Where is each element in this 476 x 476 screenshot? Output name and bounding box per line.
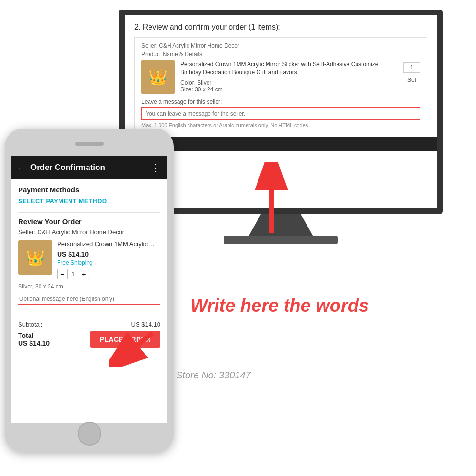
total-label: Total: [18, 332, 50, 339]
phone-product-name: Personalized Crown 1MM Acrylic ...: [57, 240, 160, 248]
phone-qty-row: − 1 +: [57, 269, 160, 279]
phone-speaker: [75, 142, 104, 146]
phone-qty-value: 1: [71, 270, 75, 278]
color-label: Color:: [180, 79, 196, 86]
phone-content: Payment Methods SELECT PAYMENT METHOD Re…: [11, 179, 167, 423]
phone-product-price: US $14.10: [57, 250, 160, 258]
monitor-message-hint: Max. 1,000 English characters or Arabic …: [141, 122, 420, 128]
phone-menu-icon[interactable]: ⋮: [151, 162, 161, 173]
payment-section-title: Payment Methods: [18, 186, 160, 194]
phone-header: ← Order Confirmation ⋮: [11, 156, 167, 179]
monitor-product-section-label: Product Name & Details: [141, 51, 420, 58]
svg-line-3: [119, 333, 152, 359]
divider-1: [18, 212, 160, 213]
phone-arrow: [109, 328, 157, 368]
monitor-product-image: 👑: [141, 60, 175, 94]
total-price: US $14.10: [18, 339, 50, 347]
monitor-product-details: Personalized Crown 1MM Acrylic Mirror St…: [180, 60, 397, 93]
crown-icon: 👑: [149, 68, 168, 86]
qty-plus-button[interactable]: +: [79, 269, 89, 279]
monitor-title: 2. Review and confirm your order (1 item…: [134, 23, 427, 31]
phone-variant-info: Silver, 30 x 24 cm: [18, 283, 160, 290]
phone-total-area: Total US $14.10: [18, 332, 50, 347]
monitor-message-input[interactable]: [141, 107, 420, 120]
phone-home-button[interactable]: [78, 422, 101, 446]
phone-subtotal-row: Subtotal: US $14.10: [18, 321, 160, 328]
monitor-qty-area: 1 Set: [403, 60, 420, 83]
color-value: Silver: [197, 79, 211, 86]
subtotal-label: Subtotal:: [18, 321, 42, 328]
desktop-arrow: [252, 162, 290, 240]
monitor-seller: Seller: C&H Acrylic Mirror Home Decor: [141, 42, 420, 49]
monitor-product-size: Size: 30 x 24 cm: [180, 86, 397, 93]
size-value: 30 x 24 cm: [195, 86, 223, 93]
monitor-qty-box[interactable]: 1: [403, 62, 420, 73]
monitor-qty-unit: Set: [407, 77, 416, 83]
phone-body: ← Order Confirmation ⋮ Payment Methods S…: [5, 129, 174, 452]
phone-product-image: 👑: [18, 240, 52, 275]
monitor-product-row: 👑 Personalized Crown 1MM Acrylic Mirror …: [141, 60, 420, 94]
monitor-message-label: Leave a message for this seller:: [141, 99, 420, 105]
monitor-product-color: Color: Silver: [180, 79, 397, 86]
write-here-text: Write here the words: [190, 295, 369, 317]
phone-screen: ← Order Confirmation ⋮ Payment Methods S…: [11, 156, 167, 423]
subtotal-value: US $14.10: [131, 321, 160, 328]
monitor-message-section: Leave a message for this seller: Max. 1,…: [141, 99, 420, 128]
phone-product-info: Personalized Crown 1MM Acrylic ... US $1…: [57, 240, 160, 279]
size-label: Size:: [180, 86, 193, 93]
review-section-title: Review Your Order: [18, 218, 160, 226]
monitor-product-name: Personalized Crown 1MM Acrylic Mirror St…: [180, 60, 397, 77]
qty-minus-button[interactable]: −: [57, 269, 68, 279]
back-arrow-icon[interactable]: ←: [17, 163, 26, 173]
phone-wrapper: ← Order Confirmation ⋮ Payment Methods S…: [5, 129, 174, 457]
phone-product-row: 👑 Personalized Crown 1MM Acrylic ... US …: [18, 240, 160, 279]
store-no-text: Store No: 330147: [176, 370, 251, 381]
divider-2: [18, 316, 160, 316]
phone-free-shipping: Free Shipping: [57, 259, 160, 266]
phone-message-input[interactable]: [18, 294, 160, 305]
monitor-order-section: Seller: C&H Acrylic Mirror Home Decor Pr…: [134, 37, 427, 133]
phone-header-title: Order Confirmation: [30, 163, 146, 172]
phone-crown-icon: 👑: [26, 248, 45, 267]
phone-seller-label: Seller: C&H Acrylic Mirror Home Decor: [18, 228, 160, 236]
select-payment-button[interactable]: SELECT PAYMENT METHOD: [18, 198, 160, 205]
